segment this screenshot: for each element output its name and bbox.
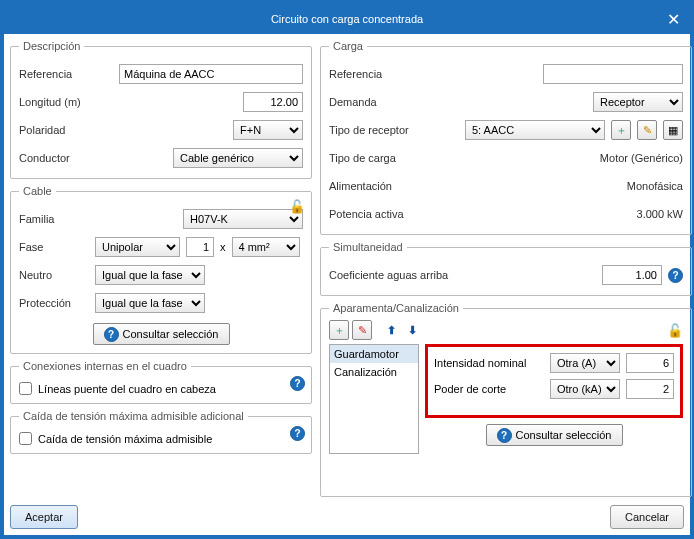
input-poder[interactable]: [626, 379, 674, 399]
group-cable: Cable 🔓 Familia H07V-K Fase Unipolar x 4…: [10, 185, 312, 354]
label-proteccion: Protección: [19, 297, 89, 309]
select-fase[interactable]: Unipolar: [95, 237, 180, 257]
label-tipo-carga: Tipo de carga: [329, 152, 459, 164]
select-tipo-receptor[interactable]: 5: AACC: [465, 120, 605, 140]
window-body: Descripción Referencia Longitud (m) Pola…: [4, 34, 690, 535]
checkbox-lineas-puente[interactable]: [19, 382, 32, 395]
button-consultar-aparamenta-label: Consultar selección: [516, 429, 612, 441]
label-coef: Coeficiente aguas arriba: [329, 269, 489, 281]
label-alimentacion: Alimentación: [329, 180, 459, 192]
highlight-box: Intensidad nominal Otra (A) Poder de cor…: [425, 344, 683, 418]
window-title: Circuito con carga concentrada: [271, 13, 423, 25]
input-carga-referencia[interactable]: [543, 64, 683, 84]
legend-carga: Carga: [329, 40, 367, 52]
checkbox-caida[interactable]: [19, 432, 32, 445]
legend-aparamenta: Aparamenta/Canalización: [329, 302, 463, 314]
value-alimentacion: Monofásica: [627, 180, 683, 192]
label-longitud: Longitud (m): [19, 96, 113, 108]
help-icon: ?: [497, 428, 512, 443]
select-conductor[interactable]: Cable genérico: [173, 148, 303, 168]
add-icon[interactable]: ＋: [329, 320, 349, 340]
group-carga: Carga Referencia Demanda Receptor Tipo d…: [320, 40, 692, 235]
legend-conexiones: Conexiones internas en el cuadro: [19, 360, 191, 372]
select-demanda[interactable]: Receptor: [593, 92, 683, 112]
input-longitud[interactable]: [243, 92, 303, 112]
label-familia: Familia: [19, 213, 89, 225]
input-fase-n[interactable]: [186, 237, 214, 257]
group-simultaneidad: Simultaneidad Coeficiente aguas arriba ?: [320, 241, 692, 296]
help-icon[interactable]: ?: [668, 268, 683, 283]
label-x: x: [220, 241, 226, 253]
input-coef[interactable]: [602, 265, 662, 285]
help-icon[interactable]: ?: [290, 376, 305, 391]
titlebar: Circuito con carga concentrada ✕: [4, 4, 690, 34]
select-proteccion[interactable]: Igual que la fase: [95, 293, 205, 313]
select-poder[interactable]: Otro (kA): [550, 379, 620, 399]
input-intensidad[interactable]: [626, 353, 674, 373]
button-consultar-cable[interactable]: ? Consultar selección: [93, 323, 230, 345]
list-item[interactable]: Canalización: [330, 363, 418, 381]
lock-icon[interactable]: 🔓: [667, 323, 683, 338]
label-fase: Fase: [19, 241, 89, 253]
group-conexiones: Conexiones internas en el cuadro ? Línea…: [10, 360, 312, 404]
label-neutro: Neutro: [19, 269, 89, 281]
group-descripcion: Descripción Referencia Longitud (m) Pola…: [10, 40, 312, 179]
select-neutro[interactable]: Igual que la fase: [95, 265, 205, 285]
label-conductor: Conductor: [19, 152, 113, 164]
label-tipo-receptor: Tipo de receptor: [329, 124, 459, 136]
button-consultar-aparamenta[interactable]: ? Consultar selección: [486, 424, 623, 446]
select-familia[interactable]: H07V-K: [183, 209, 303, 229]
value-potencia: 3.000 kW: [637, 208, 683, 220]
aparamenta-list[interactable]: Guardamotor Canalización: [329, 344, 419, 454]
legend-cable: Cable: [19, 185, 56, 197]
label-carga-referencia: Referencia: [329, 68, 459, 80]
legend-simultaneidad: Simultaneidad: [329, 241, 407, 253]
label-potencia: Potencia activa: [329, 208, 459, 220]
label-intensidad: Intensidad nominal: [434, 357, 544, 369]
label-referencia: Referencia: [19, 68, 113, 80]
list-item[interactable]: Guardamotor: [330, 345, 418, 363]
select-polaridad[interactable]: F+N: [233, 120, 303, 140]
help-icon[interactable]: ?: [290, 426, 305, 441]
add-icon[interactable]: ＋: [611, 120, 631, 140]
edit-icon[interactable]: ✎: [637, 120, 657, 140]
legend-caida: Caída de tensión máxima admisible adicio…: [19, 410, 248, 422]
close-icon[interactable]: ✕: [667, 10, 680, 29]
select-fase-area[interactable]: 4 mm²: [232, 237, 300, 257]
label-lineas-puente: Líneas puente del cuadro en cabeza: [38, 383, 216, 395]
label-poder: Poder de corte: [434, 383, 544, 395]
lock-icon[interactable]: 🔓: [289, 199, 305, 214]
arrow-down-icon[interactable]: ⬇: [403, 321, 421, 339]
delete-icon[interactable]: ✎: [352, 320, 372, 340]
input-referencia[interactable]: [119, 64, 303, 84]
bottom-bar: Aceptar Cancelar: [10, 501, 684, 529]
aceptar-button[interactable]: Aceptar: [10, 505, 78, 529]
legend-descripcion: Descripción: [19, 40, 84, 52]
arrow-up-icon[interactable]: ⬆: [382, 321, 400, 339]
help-icon: ?: [104, 327, 119, 342]
label-demanda: Demanda: [329, 96, 459, 108]
label-caida: Caída de tensión máxima admisible: [38, 433, 212, 445]
group-caida: Caída de tensión máxima admisible adicio…: [10, 410, 312, 454]
value-tipo-carga: Motor (Genérico): [600, 152, 683, 164]
button-consultar-cable-label: Consultar selección: [123, 328, 219, 340]
cancelar-button[interactable]: Cancelar: [610, 505, 684, 529]
label-polaridad: Polaridad: [19, 124, 113, 136]
group-aparamenta: Aparamenta/Canalización ＋ ✎ ⬆ ⬇ 🔓 Guarda…: [320, 302, 692, 497]
select-intensidad[interactable]: Otra (A): [550, 353, 620, 373]
grid-icon[interactable]: ▦: [663, 120, 683, 140]
